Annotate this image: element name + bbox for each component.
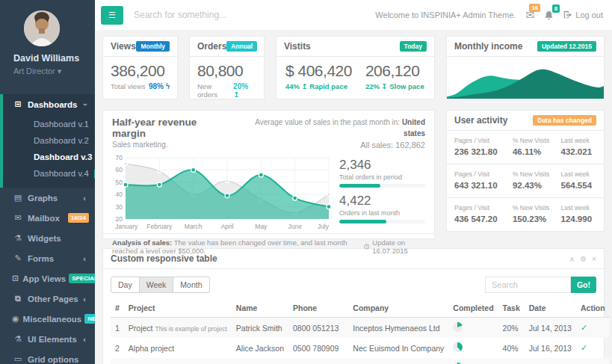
update-date: Update on 16.07.2015 xyxy=(372,238,425,255)
orders-period-value: 2,346 xyxy=(339,158,425,173)
svg-text:30: 30 xyxy=(116,203,123,210)
user-activity-panel: User activity Data has changed Pages / V… xyxy=(446,110,605,232)
chevron-left-icon: ‹ xyxy=(83,335,86,344)
cell-company: Inceptos Hymenaeos Ltd xyxy=(348,318,448,339)
column-header: Task xyxy=(498,299,525,318)
income-title: Monthly income xyxy=(454,41,522,52)
sidebar-link-dashboards[interactable]: ⊞Dashboards‹ xyxy=(3,94,95,114)
user-activity-badge: Data has changed xyxy=(533,115,596,126)
monthly-income-chart xyxy=(447,57,604,99)
cell-action: ✓ xyxy=(576,358,610,364)
menu-toggle-button[interactable]: ☰ xyxy=(101,6,123,25)
table-search-input[interactable] xyxy=(485,277,571,293)
cell-action: ✓ xyxy=(576,338,610,358)
badge: 16/24 xyxy=(68,213,89,223)
check-action-icon[interactable]: ✓ xyxy=(581,323,587,332)
filter-month-button[interactable]: Month xyxy=(173,277,209,293)
cell-project: Betha project xyxy=(124,358,232,364)
cell-completed xyxy=(448,318,498,339)
close-panel-icon[interactable]: × xyxy=(592,255,596,263)
svg-text:January: January xyxy=(115,223,138,230)
cell-task: 40% xyxy=(498,338,525,358)
sidebar-item-grid-options: ▭Grid options xyxy=(0,349,95,364)
sidebar-subitem[interactable]: Dashboard v.1 xyxy=(3,116,95,132)
bolt-icon: ϟ xyxy=(166,82,170,90)
sidebar-subitem[interactable]: Dashboard v.2 xyxy=(3,132,95,149)
filter-week-button[interactable]: Week xyxy=(139,277,174,293)
grid-options-icon: ▭ xyxy=(12,354,24,364)
sidebar-subitem[interactable]: Dashboard v.3 xyxy=(3,149,95,165)
orders-month-label: Orders in last month xyxy=(339,209,425,217)
table-row: 1Project This is example of projectPatri… xyxy=(111,318,610,339)
chevron-left-icon: ‹ xyxy=(83,294,86,303)
level-up-icon: ↥ xyxy=(233,90,239,99)
wrench-icon[interactable]: ⚙ xyxy=(580,255,587,263)
pie-chart-icon xyxy=(453,342,463,352)
cell-task: 20% xyxy=(498,318,525,339)
cell-action: ✓ xyxy=(576,318,610,339)
cell-date: Jul 14, 2013 xyxy=(525,318,576,339)
sidebar-item-miscellaneous: ◉MiscellaneousNEW xyxy=(0,309,95,329)
column-header: Project xyxy=(124,299,232,318)
orders-period-progress xyxy=(339,184,425,188)
sidebar-link-other-pages[interactable]: ⧉Other Pages‹ xyxy=(0,289,95,309)
sidebar-link-graphs[interactable]: ▤Graphs‹ xyxy=(0,188,95,208)
orders-panel: Orders Annual 80,800 New orders 20% ↥ xyxy=(189,36,265,99)
sidebar-link-mailbox[interactable]: ✉Mailbox16/24 xyxy=(0,208,95,228)
sidebar-link-ui-elements[interactable]: ⚗UI Elements‹ xyxy=(0,329,95,349)
logout-button[interactable]: Log out xyxy=(563,10,603,19)
orders-title: Orders xyxy=(197,41,226,52)
sidebar-link-miscellaneous[interactable]: ◉MiscellaneousNEW xyxy=(0,309,95,329)
avatar[interactable] xyxy=(24,10,60,46)
svg-text:March: March xyxy=(185,223,203,230)
visits-label-2: Slow pace xyxy=(389,82,424,90)
sidebar-link-grid-options[interactable]: ▭Grid options xyxy=(0,349,95,364)
app-views-icon: ⊡ xyxy=(12,274,19,283)
cell-phone: 0800 051213 xyxy=(288,318,348,339)
svg-text:40: 40 xyxy=(116,191,123,198)
cell-phone: 0500 780909 xyxy=(288,338,348,358)
responsive-table-panel: Custom responsive table ∧ ⚙ × DayWeekMon… xyxy=(102,248,605,364)
column-header: Name xyxy=(232,299,288,318)
sidebar-item-widgets: ⚗Widgets xyxy=(0,228,95,248)
graphs-icon: ▤ xyxy=(12,193,24,203)
activity-col-value: 564.554 xyxy=(560,181,596,190)
cell-project: Project This is example of project xyxy=(124,318,232,339)
sidebar-link-widgets[interactable]: ⚗Widgets xyxy=(0,228,95,248)
user-activity-title: User activity xyxy=(454,115,507,126)
svg-text:June: June xyxy=(288,223,302,230)
activity-col-value: 92.43% xyxy=(513,181,561,190)
orders-period-label: Total orders in period xyxy=(339,173,425,181)
filter-day-button[interactable]: Day xyxy=(111,277,140,293)
other-pages-icon: ⧉ xyxy=(12,294,24,303)
profile-role-dropdown[interactable]: Art Director ▾ xyxy=(13,67,95,76)
sidebar-link-forms[interactable]: ✎Forms‹ xyxy=(0,248,95,268)
collapse-panel-icon[interactable]: ∧ xyxy=(569,255,575,263)
cell-num: 2 xyxy=(111,338,124,358)
messages-button[interactable]: ✉ 16 xyxy=(526,9,535,21)
activity-row: Pages / Visit436 547.20% New Visits150.2… xyxy=(447,198,604,231)
svg-text:70: 70 xyxy=(116,155,123,161)
column-header: Phone xyxy=(288,299,348,318)
column-header: # xyxy=(111,299,124,318)
welcome-text: Welcome to INSPINIA+ Admin Theme. xyxy=(375,10,516,19)
activity-col-label: Last week xyxy=(560,170,596,178)
sidebar-subitem[interactable]: Dashboard v.4 NEW xyxy=(3,165,95,182)
badge: SPECIAL xyxy=(69,274,95,283)
table-panel-title: Custom responsive table xyxy=(111,253,217,264)
notifications-button[interactable]: 8 xyxy=(544,10,554,20)
svg-text:20: 20 xyxy=(116,215,123,223)
go-button[interactable]: Go! xyxy=(571,277,596,293)
app-window: David Williams Art Director ▾ ⊞Dashboard… xyxy=(0,0,612,364)
sidebar-link-app-views[interactable]: ⊡App ViewsSPECIAL xyxy=(0,268,95,289)
search-input[interactable] xyxy=(134,10,321,20)
activity-col-value: 432.021 xyxy=(560,147,596,156)
check-action-icon[interactable]: ✓ xyxy=(581,343,587,352)
activity-col-value: 643 321.10 xyxy=(454,181,513,190)
activity-row: Pages / Visit643 321.10% New Visits92.43… xyxy=(447,164,604,198)
views-title: Views xyxy=(111,41,136,52)
sidebar-item-forms: ✎Forms‹ xyxy=(0,248,95,268)
svg-text:February: February xyxy=(146,223,173,230)
chevron-down-icon: ‹ xyxy=(80,103,89,106)
revenue-country: United states xyxy=(402,118,425,138)
